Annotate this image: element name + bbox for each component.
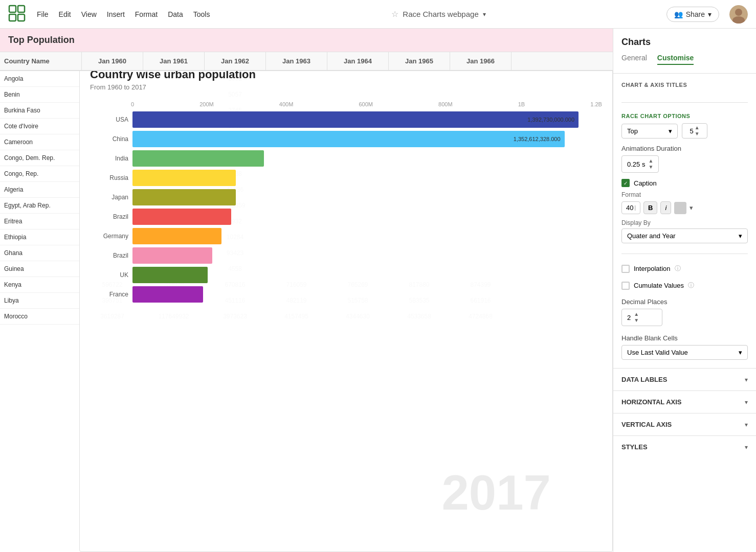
horizontal-axis-section[interactable]: HORIZONTAL AXIS ▾ [613,390,756,413]
share-button[interactable]: 👥 Share ▾ [666,7,719,22]
cumulate-label: Cumulate Values [634,282,684,289]
decimal-stepper[interactable]: ▲ ▼ [634,311,639,324]
duration-stepper[interactable]: ▲ ▼ [648,158,653,170]
menu-file[interactable]: File [36,8,50,20]
cumulate-checkbox[interactable] [621,282,630,290]
bold-button[interactable]: B [643,201,657,214]
cell-country: Cameroon [0,134,82,150]
cumulate-info-icon[interactable]: ⓘ [688,281,694,290]
axis-label: 800M [438,101,453,107]
color-dropdown-icon[interactable]: ▾ [690,204,693,212]
share-label: Share [686,10,705,18]
svg-rect-2 [9,14,16,21]
italic-button[interactable]: i [660,201,671,214]
menu-tools[interactable]: Tools [192,8,211,20]
bar-country-label: Germany [90,233,128,240]
bar-country-label: Brazil [90,252,128,259]
bar-container [132,189,602,205]
chart-subtitle: From 1960 to 2017 [90,83,602,91]
top-value: 5 [690,127,693,135]
duration-stepper-up[interactable]: ▲ [648,158,653,164]
top-stepper[interactable]: ▲ ▼ [695,125,700,137]
header-row: Country Name Jan 1960 Jan 1961 Jan 1962 … [0,52,613,71]
vertical-axis-section[interactable]: VERTICAL AXIS ▾ [613,413,756,435]
bar [132,286,203,303]
panel-tabs: General Customise [621,54,748,65]
cumulate-values-row: Cumulate Values ⓘ [621,281,748,290]
race-chart-options-label: RACE CHART OPTIONS [621,113,748,119]
panel-title: Charts [621,37,748,48]
cell-country: Kenya [0,277,82,292]
bar [132,209,231,225]
cell-country: Angola [0,71,82,86]
duration-stepper-down[interactable]: ▼ [648,164,653,170]
sheet-title: Top Population [0,29,613,52]
styles-label: STYLES [621,443,648,451]
menu-data[interactable]: Data [167,8,184,20]
format-size-control[interactable]: 40 | [621,201,640,214]
data-lables-section[interactable]: DATA LABLES ▾ [613,368,756,390]
center-title-area: ☆ Race Charts webpage ▾ [221,9,656,19]
top-value-control[interactable]: 5 ▲ ▼ [682,123,707,139]
menu-insert[interactable]: Insert [106,8,126,20]
header-jan1962: Jan 1962 [205,52,266,70]
bar-value: 1,352,612,328.000 [514,136,561,142]
bar-row: China 1,352,612,328.000 [90,131,602,147]
logo [8,5,26,24]
menu-format[interactable]: Format [134,8,159,20]
caption-checkbox[interactable]: ✓ [621,179,630,187]
tab-customise[interactable]: Customise [657,54,694,65]
tab-general[interactable]: General [621,54,647,65]
header-jan1964: Jan 1964 [327,52,389,70]
bar-container [132,170,602,186]
cell-country: Ghana [0,245,82,261]
vertical-axis-label: VERTICAL AXIS [621,421,672,428]
interpolation-row: Interpolation ⓘ [621,264,748,273]
duration-control[interactable]: 0.25 s ▲ ▼ [621,155,659,173]
chart-overlay: Country wise urban population From 1960 … [79,57,613,552]
document-title[interactable]: Race Charts webpage [403,10,478,18]
display-by-dropdown[interactable]: Quater and Year ▾ [621,228,748,243]
bar [132,228,221,244]
display-by-value: Quater and Year [627,232,676,240]
race-chart-options-section: RACE CHART OPTIONS Top ▾ 5 ▲ ▼ [621,113,748,243]
cell-country: Guinea [0,261,82,277]
vertical-axis-chevron: ▾ [745,421,748,428]
handle-blank-dropdown[interactable]: Use Last Valid Value ▾ [621,345,748,360]
styles-section[interactable]: STYLES ▾ [613,435,756,458]
bar-country-label: China [90,135,128,143]
cell-country: Algeria [0,182,82,197]
caption-checkbox-row: ✓ Caption [621,179,748,187]
color-swatch[interactable] [674,202,686,214]
caption-label: Caption [634,179,657,187]
bar-container [132,286,602,303]
header-jan1963: Jan 1963 [266,52,327,70]
top-stepper-up[interactable]: ▲ [695,125,700,131]
title-dropdown-icon[interactable]: ▾ [483,11,486,18]
menu-view[interactable]: View [80,8,98,20]
display-by-section: Display By Quater and Year ▾ [621,219,748,243]
menu-bar: File Edit View Insert Format Data Tools … [0,0,756,29]
bar-container [132,209,602,225]
bar: 1,352,612,328.000 [132,131,565,147]
decimal-stepper-up[interactable]: ▲ [634,311,639,317]
top-stepper-down[interactable]: ▼ [695,131,700,137]
user-avatar[interactable] [729,5,748,24]
menu-items: File Edit View Insert Format Data Tools [36,8,211,20]
cell-country: Cote d'Ivoire [0,119,82,134]
bar-row: UK [90,267,602,283]
interpolation-checkbox[interactable] [621,265,630,273]
menu-edit[interactable]: Edit [58,8,72,20]
svg-rect-1 [18,6,25,12]
star-icon[interactable]: ☆ [391,9,398,19]
bar-value: 1,392,730,000.000 [527,117,574,123]
axis-label: 400M [279,101,294,107]
interpolation-info-icon[interactable]: ⓘ [675,264,681,273]
decimal-stepper-down[interactable]: ▼ [634,317,639,324]
decimal-places-control[interactable]: 2 ▲ ▼ [621,309,662,326]
chart-axis-titles-label: CHART & AXIS TITLES [621,82,748,88]
bar-row: Brazil [90,247,602,264]
handle-blank-chevron: ▾ [739,349,742,356]
duration-value: 0.25 s [627,160,645,168]
top-dropdown[interactable]: Top ▾ [621,124,678,139]
